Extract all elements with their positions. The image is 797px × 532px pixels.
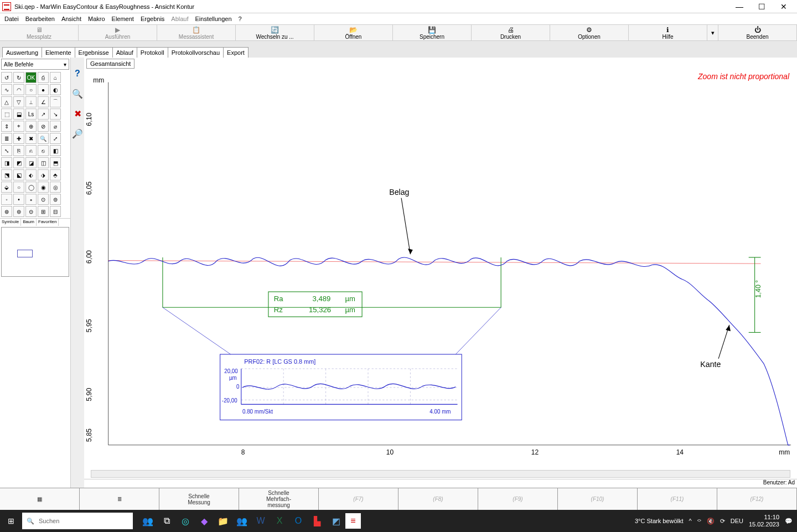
palette-tool-22[interactable]: ⊕ [25, 121, 37, 132]
marwin-taskbar-icon[interactable]: ≡ [345, 513, 361, 529]
palette-tool-54[interactable]: ⊚ [50, 194, 61, 205]
outlook-icon[interactable]: O [289, 510, 308, 532]
toolbar-ausf-hren[interactable]: ▶Ausführen [79, 25, 157, 40]
fkey-4[interactable]: ≣ [80, 488, 159, 510]
mini-tab-baum[interactable]: Baum [21, 219, 37, 226]
toolbar-wechseln-zu-[interactable]: 🔄Wechseln zu ... [236, 25, 314, 40]
help-icon[interactable]: ? [72, 69, 83, 80]
minimize-button[interactable]: — [728, 0, 751, 13]
mini-tab-favoriten[interactable]: Favoriten [37, 219, 59, 226]
toolbar-speichern[interactable]: 💾Speichern [393, 25, 472, 40]
palette-tool-31[interactable]: ⎘ [13, 145, 24, 156]
palette-tool-46[interactable]: ○ [13, 182, 24, 193]
fkey-3[interactable]: ▦ [0, 488, 80, 510]
tab-protokoll[interactable]: Protokoll [137, 47, 168, 58]
language-indicator[interactable]: DEU [731, 518, 743, 524]
palette-tool-17[interactable]: Ls [25, 109, 37, 120]
fkey-12[interactable]: (F12) [717, 488, 797, 510]
palette-tool-24[interactable]: ⌀ [50, 121, 61, 132]
menu-element[interactable]: Element [110, 14, 136, 23]
sync-icon[interactable]: ⟳ [720, 518, 725, 525]
palette-tool-47[interactable]: ◯ [25, 182, 37, 193]
palette-tool-19[interactable]: ↘ [50, 109, 61, 120]
palette-tool-25[interactable]: ≣ [1, 133, 12, 144]
clock[interactable]: 11:10 15.02.2023 [749, 514, 779, 528]
menu-ergebnis[interactable]: Ergebnis [138, 14, 167, 23]
taskbar-search[interactable]: 🔍 Suchen [22, 513, 133, 529]
palette-tool-14[interactable]: ⌒ [50, 96, 61, 107]
close-button[interactable]: ✕ [773, 0, 795, 13]
explorer-icon[interactable]: 📁 [214, 510, 232, 532]
palette-tool-0[interactable]: ↺ [1, 72, 12, 83]
palette-tool-49[interactable]: ◎ [50, 182, 61, 193]
toolbar-beenden[interactable]: ⏻Beenden [718, 25, 797, 40]
palette-tool-37[interactable]: ◪ [25, 157, 37, 168]
palette-tool-26[interactable]: ✚ [13, 133, 24, 144]
palette-tool-15[interactable]: ⬚ [1, 109, 12, 120]
maximize-button[interactable]: ☐ [751, 0, 773, 13]
delete-icon[interactable]: ✖ [72, 109, 83, 120]
palette-tool-45[interactable]: ⬙ [1, 182, 12, 193]
palette-tool-7[interactable]: ○ [25, 84, 37, 95]
app-icon-2[interactable]: ◩ [327, 510, 345, 532]
palette-tool-29[interactable]: ⤢ [50, 133, 61, 144]
palette-tool-43[interactable]: ⬗ [38, 169, 49, 180]
zoom-icon[interactable]: 🔍 [72, 89, 83, 100]
tab-ablauf[interactable]: Ablauf [112, 47, 137, 58]
palette-tool-52[interactable]: ∘ [25, 194, 37, 205]
command-filter-combo[interactable]: Alle Befehle ▾ [1, 59, 69, 70]
palette-tool-27[interactable]: ✖ [25, 133, 37, 144]
inspect-icon[interactable]: 🔎 [72, 128, 83, 140]
fkey-8[interactable]: (F8) [398, 488, 478, 510]
start-button[interactable]: ⊞ [0, 510, 22, 532]
toolbar-optionen[interactable]: ⚙Optionen [550, 25, 629, 40]
wifi-icon[interactable]: ⌔ [697, 518, 701, 524]
palette-tool-56[interactable]: ⊜ [13, 206, 24, 217]
toolbar-messplatz[interactable]: 🖥Messplatz [0, 25, 79, 40]
palette-tool-57[interactable]: ⊝ [25, 206, 37, 217]
task-view-icon[interactable]: ⧉ [157, 510, 176, 532]
palette-tool-36[interactable]: ◩ [13, 157, 24, 168]
toolbar-hilfe[interactable]: ℹHilfe [629, 25, 707, 40]
palette-tool-55[interactable]: ⊛ [1, 206, 12, 217]
menu-makro[interactable]: Makro [86, 14, 107, 23]
tray-chevron-icon[interactable]: ^ [689, 518, 692, 524]
palette-tool-9[interactable]: ◐ [50, 84, 61, 95]
toolbar-overflow[interactable]: ▾ [707, 25, 718, 40]
fkey-11[interactable]: (F11) [638, 488, 717, 510]
palette-tool-34[interactable]: ◧ [50, 145, 61, 156]
tab-elemente[interactable]: Elemente [42, 47, 75, 58]
palette-tool-5[interactable]: ∿ [1, 84, 12, 95]
palette-tool-6[interactable]: ◠ [13, 84, 24, 95]
menu-datei[interactable]: Datei [2, 14, 21, 23]
palette-tool-16[interactable]: ⬓ [13, 109, 24, 120]
menu-ansicht[interactable]: Ansicht [59, 14, 84, 23]
palette-tool-48[interactable]: ◉ [38, 182, 49, 193]
volume-icon[interactable]: 🔇 [707, 518, 715, 525]
cortana-icon[interactable]: 👥 [138, 510, 157, 532]
palette-tool-20[interactable]: ⇕ [1, 121, 12, 132]
palette-tool-51[interactable]: • [13, 194, 24, 205]
palette-tool-38[interactable]: ◫ [38, 157, 49, 168]
palette-tool-18[interactable]: ↗ [38, 109, 49, 120]
palette-tool-40[interactable]: ⬔ [1, 169, 12, 180]
palette-tool-58[interactable]: ⊞ [38, 206, 49, 217]
palette-tool-35[interactable]: ◨ [1, 157, 12, 168]
pdf-icon[interactable]: ▙ [308, 510, 327, 532]
palette-tool-32[interactable]: ⎌ [25, 145, 37, 156]
palette-tool-21[interactable]: ⌖ [13, 121, 24, 132]
notifications-icon[interactable]: 💬 [785, 518, 793, 525]
palette-tool-44[interactable]: ⬘ [50, 169, 61, 180]
palette-tool-33[interactable]: ⎋ [38, 145, 49, 156]
palette-tool-30[interactable]: ⤡ [1, 145, 12, 156]
app-icon-1[interactable]: ◆ [195, 510, 214, 532]
palette-tool-39[interactable]: ⬒ [50, 157, 61, 168]
palette-tool-11[interactable]: ▽ [13, 96, 24, 107]
menu-help[interactable]: ? [236, 14, 244, 23]
palette-tool-10[interactable]: △ [1, 96, 12, 107]
palette-tool-41[interactable]: ⬕ [13, 169, 24, 180]
fkey-6[interactable]: Schnelle Mehrfach- messung [239, 488, 319, 510]
view-gesamtansicht-button[interactable]: Gesamtansicht [86, 59, 134, 69]
contour-plot[interactable]: Zoom ist nicht proportional mm 6,10 6,05… [84, 70, 797, 470]
toolbar--ffnen[interactable]: 📂Öffnen [314, 25, 393, 40]
